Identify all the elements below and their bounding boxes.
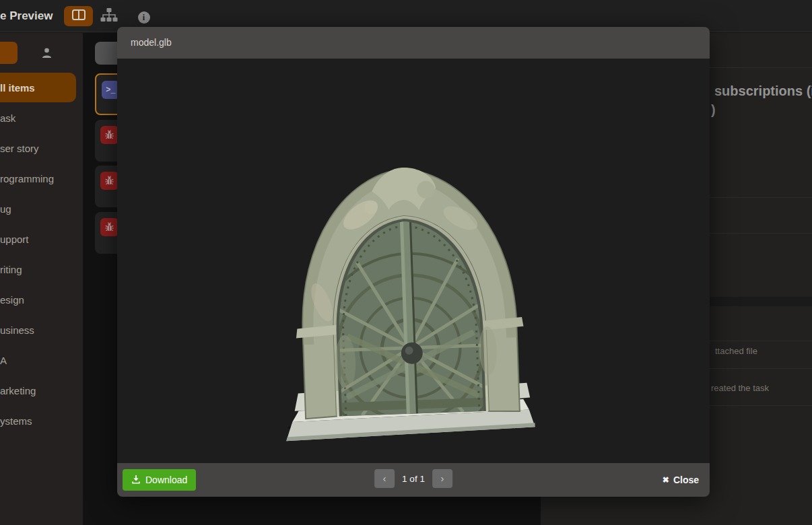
file-preview-modal: model.glb	[117, 27, 710, 497]
sidebar-item-task[interactable]: ask	[0, 103, 83, 133]
app-screen: e Preview i	[0, 0, 812, 525]
next-attachment-button[interactable]: ›	[432, 469, 452, 488]
sidebar-item-label: ystems	[0, 415, 32, 427]
activity-item: reated the task	[711, 383, 769, 393]
sidebar-item-label: arketing	[0, 385, 36, 396]
3d-model-preview[interactable]	[263, 131, 545, 448]
panel-heading-line1: subscriptions (i	[714, 82, 812, 100]
close-icon: ✖	[663, 475, 669, 485]
info-button[interactable]: i	[135, 10, 153, 24]
modal-footer: Download ‹ 1 of 1 › ✖ Close	[117, 463, 710, 497]
sidebar-item-label: A	[0, 355, 7, 366]
bug-icon	[100, 172, 119, 190]
sidebar-item-label: esign	[0, 294, 24, 306]
sidebar-item-label: ask	[0, 112, 15, 124]
app-title: e Preview	[0, 0, 53, 32]
download-icon	[131, 475, 141, 486]
sidebar-item-marketing[interactable]: arketing	[0, 376, 83, 406]
info-icon: i	[138, 11, 150, 24]
bug-icon	[100, 126, 119, 144]
sidebar-item-label: rogramming	[0, 173, 54, 184]
sidebar-item-support[interactable]: upport	[0, 224, 83, 254]
sidebar-item-label: ser story	[0, 143, 39, 154]
sidebar-filter-list: ll items ask ser story rogramming ug upp…	[0, 73, 83, 436]
sidebar-item-programming[interactable]: rogramming	[0, 164, 83, 194]
close-button[interactable]: ✖ Close	[663, 463, 699, 497]
sitemap-view-button[interactable]	[100, 9, 118, 24]
sidebar-item-design[interactable]: esign	[0, 285, 83, 315]
sidebar-item-label: upport	[0, 234, 29, 245]
close-label: Close	[673, 475, 699, 485]
sidebar-accent-chip[interactable]	[0, 42, 18, 64]
activity-item: ttached file	[715, 346, 757, 356]
sidebar-item-label: ll items	[0, 82, 35, 94]
panel-heading-line2: )	[711, 101, 716, 119]
sidebar-item-writing[interactable]: riting	[0, 254, 83, 285]
modal-preview-area[interactable]	[117, 59, 710, 463]
modal-header: model.glb	[117, 27, 710, 59]
sidebar-item-label: usiness	[0, 324, 34, 336]
sidebar-item-all-items[interactable]: ll items	[0, 73, 76, 102]
bug-icon	[100, 218, 119, 236]
chevron-left-icon: ‹	[383, 473, 386, 484]
download-button[interactable]: Download	[123, 469, 196, 491]
sidebar-item-user-story[interactable]: ser story	[0, 133, 83, 164]
download-label: Download	[145, 475, 187, 485]
sidebar-item-systems[interactable]: ystems	[0, 406, 83, 436]
sidebar-item-bug[interactable]: ug	[0, 194, 83, 224]
modal-title: model.glb	[131, 27, 172, 59]
columns-view-button[interactable]	[64, 6, 93, 26]
sidebar-item-label: ug	[0, 203, 11, 215]
pager-label: 1 of 1	[402, 474, 425, 484]
columns-icon	[72, 9, 86, 23]
sitemap-icon	[100, 8, 118, 25]
previous-attachment-button[interactable]: ‹	[374, 469, 395, 488]
attachment-pager: ‹ 1 of 1 ›	[374, 469, 452, 488]
sidebar-item-qa[interactable]: A	[0, 345, 83, 376]
sidebar-item-business[interactable]: usiness	[0, 315, 83, 345]
person-icon	[41, 49, 53, 61]
chevron-right-icon: ›	[440, 473, 444, 484]
user-avatar-button[interactable]	[41, 47, 53, 61]
sidebar-item-label: riting	[0, 264, 22, 275]
sidebar: ll items ask ser story rogramming ug upp…	[0, 33, 83, 525]
